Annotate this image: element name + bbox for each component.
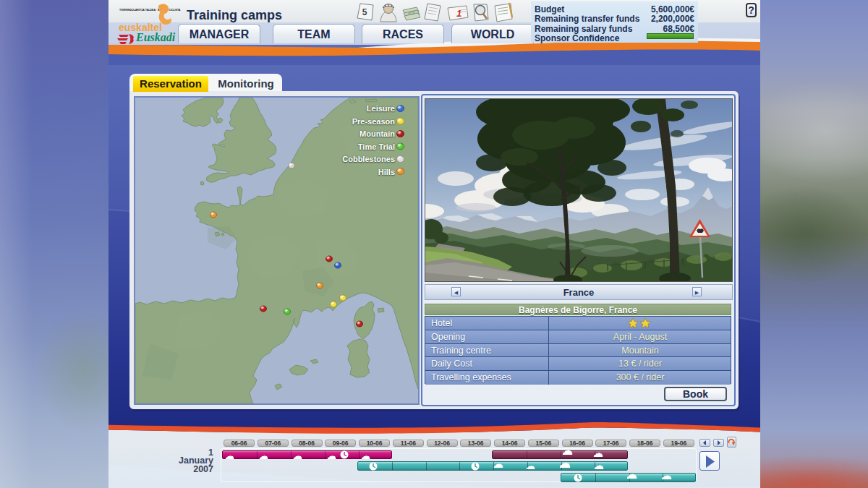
svg-text:1: 1 — [456, 8, 461, 19]
svg-text:Hills: Hills — [378, 168, 395, 176]
svg-text:Mountain: Mountain — [359, 129, 395, 138]
svg-text:Pre-season: Pre-season — [352, 117, 396, 126]
svg-text:Time Trial: Time Trial — [358, 142, 395, 151]
svg-text:Cobblestones: Cobblestones — [342, 155, 395, 163]
svg-text:Leisure: Leisure — [367, 104, 395, 113]
svg-text:5: 5 — [362, 7, 367, 17]
